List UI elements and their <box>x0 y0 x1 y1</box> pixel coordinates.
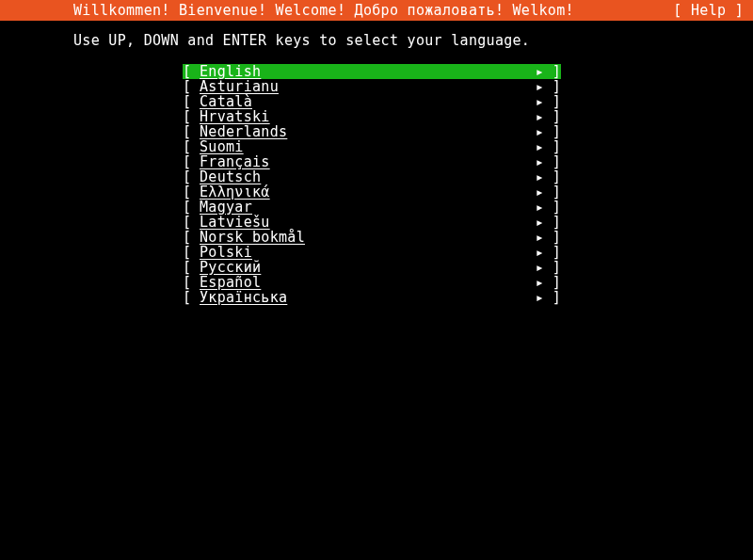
bracket-open: [ <box>183 230 200 245</box>
chevron-right-icon: ▸ <box>529 154 544 169</box>
spacer <box>261 169 529 184</box>
spacer <box>244 139 529 154</box>
bracket-close: ] <box>544 109 561 124</box>
language-label: Русский <box>200 260 261 275</box>
spacer <box>252 94 529 109</box>
language-list: [ English▸ ][ Asturianu▸ ][ Català▸ ][ H… <box>0 64 753 305</box>
language-item[interactable]: [ Español▸ ] <box>183 275 561 290</box>
bracket-open: [ <box>183 139 200 154</box>
chevron-right-icon: ▸ <box>529 169 544 184</box>
spacer <box>252 200 529 215</box>
spacer <box>279 79 529 94</box>
bracket-open: [ <box>183 109 200 124</box>
language-item[interactable]: [ Català▸ ] <box>183 94 561 109</box>
language-item[interactable]: [ Suomi▸ ] <box>183 139 561 154</box>
bracket-close: ] <box>544 260 561 275</box>
language-item[interactable]: [ Français▸ ] <box>183 154 561 169</box>
language-item[interactable]: [ Hrvatski▸ ] <box>183 109 561 124</box>
spacer <box>287 124 529 139</box>
chevron-right-icon: ▸ <box>529 64 544 79</box>
chevron-right-icon: ▸ <box>529 109 544 124</box>
bracket-close: ] <box>544 200 561 215</box>
bracket-close: ] <box>544 184 561 200</box>
chevron-right-icon: ▸ <box>529 215 544 230</box>
language-label: Asturianu <box>200 79 279 94</box>
bracket-close: ] <box>544 94 561 109</box>
language-label: Suomi <box>200 139 244 154</box>
spacer <box>270 154 529 169</box>
bracket-open: [ <box>183 94 200 109</box>
bracket-close: ] <box>544 64 561 79</box>
chevron-right-icon: ▸ <box>529 124 544 139</box>
chevron-right-icon: ▸ <box>529 139 544 154</box>
bracket-close: ] <box>544 275 561 290</box>
chevron-right-icon: ▸ <box>529 79 544 94</box>
bracket-open: [ <box>183 79 200 94</box>
bracket-close: ] <box>544 245 561 260</box>
bracket-close: ] <box>544 79 561 94</box>
language-label: Hrvatski <box>200 109 270 124</box>
language-label: Català <box>200 94 252 109</box>
bracket-open: [ <box>183 64 200 79</box>
welcome-text: Willkommen! Bienvenue! Welcome! Добро по… <box>73 0 574 21</box>
chevron-right-icon: ▸ <box>529 200 544 215</box>
bracket-close: ] <box>544 139 561 154</box>
language-item[interactable]: [ Norsk bokmål▸ ] <box>183 230 561 245</box>
language-item[interactable]: [ Ελληνικά▸ ] <box>183 184 561 200</box>
language-label: English <box>200 64 261 79</box>
chevron-right-icon: ▸ <box>529 94 544 109</box>
language-item[interactable]: [ Deutsch▸ ] <box>183 169 561 184</box>
spacer <box>261 260 529 275</box>
chevron-right-icon: ▸ <box>529 275 544 290</box>
language-label: Українська <box>200 290 287 305</box>
chevron-right-icon: ▸ <box>529 184 544 200</box>
spacer <box>305 230 529 245</box>
bracket-close: ] <box>544 230 561 245</box>
bracket-open: [ <box>183 245 200 260</box>
language-label: Ελληνικά <box>200 184 270 200</box>
spacer <box>287 290 529 305</box>
bracket-open: [ <box>183 200 200 215</box>
instruction-text: Use UP, DOWN and ENTER keys to select yo… <box>0 21 753 64</box>
bracket-open: [ <box>183 169 200 184</box>
bracket-close: ] <box>544 290 561 305</box>
header-bar: Willkommen! Bienvenue! Welcome! Добро по… <box>0 0 753 21</box>
language-item[interactable]: [ Latviešu▸ ] <box>183 215 561 230</box>
bracket-open: [ <box>183 260 200 275</box>
language-label: Español <box>200 275 261 290</box>
language-item[interactable]: [ Polski▸ ] <box>183 245 561 260</box>
language-item[interactable]: [ English▸ ] <box>183 64 561 79</box>
language-label: Français <box>200 154 270 169</box>
bracket-close: ] <box>544 124 561 139</box>
spacer <box>270 215 529 230</box>
help-button[interactable]: [ Help ] <box>673 0 744 21</box>
spacer <box>261 64 529 79</box>
chevron-right-icon: ▸ <box>529 245 544 260</box>
bracket-close: ] <box>544 215 561 230</box>
language-item[interactable]: [ Nederlands▸ ] <box>183 124 561 139</box>
language-label: Latviešu <box>200 215 270 230</box>
bracket-close: ] <box>544 154 561 169</box>
language-item[interactable]: [ Asturianu▸ ] <box>183 79 561 94</box>
spacer <box>252 245 529 260</box>
language-label: Polski <box>200 245 252 260</box>
language-item[interactable]: [ Русский▸ ] <box>183 260 561 275</box>
language-label: Magyar <box>200 200 252 215</box>
bracket-open: [ <box>183 215 200 230</box>
chevron-right-icon: ▸ <box>529 290 544 305</box>
language-item[interactable]: [ Українська▸ ] <box>183 290 561 305</box>
language-label: Norsk bokmål <box>200 230 305 245</box>
bracket-open: [ <box>183 290 200 305</box>
language-item[interactable]: [ Magyar▸ ] <box>183 200 561 215</box>
spacer <box>270 184 529 200</box>
chevron-right-icon: ▸ <box>529 230 544 245</box>
bracket-open: [ <box>183 184 200 200</box>
bracket-open: [ <box>183 154 200 169</box>
language-label: Deutsch <box>200 169 261 184</box>
bracket-open: [ <box>183 275 200 290</box>
bracket-open: [ <box>183 124 200 139</box>
chevron-right-icon: ▸ <box>529 260 544 275</box>
bracket-close: ] <box>544 169 561 184</box>
language-label: Nederlands <box>200 124 287 139</box>
spacer <box>261 275 529 290</box>
